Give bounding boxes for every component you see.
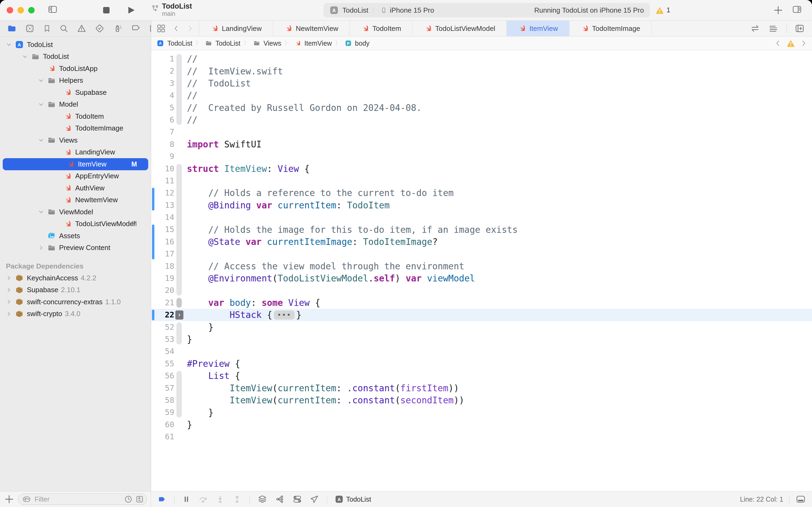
running-app-chip[interactable]: A TodoList xyxy=(335,495,371,504)
package-item-keychainaccess[interactable]: KeychainAccess4.2.2 xyxy=(0,272,151,284)
code-line-5[interactable]: 5// Created by Russell Gordon on 2024-04… xyxy=(151,102,812,114)
debug-step-over-icon[interactable] xyxy=(198,495,208,504)
chevron-right-icon[interactable] xyxy=(4,299,14,305)
sidebar-item-views[interactable]: Views xyxy=(0,134,151,146)
code-line-60[interactable]: 60} xyxy=(151,419,812,431)
tab-newitemview[interactable]: NewItemView xyxy=(273,21,350,36)
sidebar-item-todoitemimage[interactable]: TodoItemImage xyxy=(0,122,151,134)
breadcrumb-body[interactable]: Pbody xyxy=(344,39,369,47)
debug-step-out-icon[interactable] xyxy=(233,495,242,504)
debug-env-overrides-icon[interactable] xyxy=(292,495,302,504)
code-line-9[interactable]: 9 xyxy=(151,150,812,163)
code-line-54[interactable]: 54 xyxy=(151,345,812,357)
source-control-change-bar[interactable] xyxy=(152,225,155,260)
activity-status-bar[interactable]: A TodoList 〉 iPhone 15 Pro Running TodoL… xyxy=(324,3,650,17)
sidebar-item-model[interactable]: Model xyxy=(0,99,151,111)
code-segment-folded[interactable]: ••• xyxy=(274,311,295,320)
toggle-debug-area-icon[interactable] xyxy=(795,495,806,504)
breadcrumb-todolist[interactable]: ATodoList xyxy=(156,39,192,48)
navigator-tab-source-control-icon[interactable] xyxy=(25,24,35,33)
code-line-7[interactable]: 7 xyxy=(151,126,812,138)
debug-break-fill-icon[interactable] xyxy=(157,495,167,503)
code-review-icon[interactable] xyxy=(750,24,760,33)
code-line-19[interactable]: 19 @Environment(TodoListViewModel.self) … xyxy=(151,272,812,284)
code-line-22[interactable]: 22 HStack {•••} xyxy=(151,309,812,321)
issues-badge[interactable]: 1 xyxy=(655,6,670,14)
code-line-10[interactable]: 10struct ItemView: View { xyxy=(151,163,812,175)
code-line-17[interactable]: 17 xyxy=(151,248,812,260)
previous-issue-icon[interactable] xyxy=(774,39,781,48)
package-item-swift-concurrency-extras[interactable]: swift-concurrency-extras1.1.0 xyxy=(0,296,151,308)
package-item-swift-crypto[interactable]: swift-crypto3.4.0 xyxy=(0,308,151,320)
chevron-down-icon[interactable] xyxy=(36,101,46,108)
navigator-tab-files-icon[interactable] xyxy=(7,24,17,33)
breadcrumb-todolist[interactable]: TodoList xyxy=(205,39,240,47)
close-window-button[interactable] xyxy=(7,7,13,13)
fold-disclosure-button[interactable] xyxy=(175,311,183,320)
code-line-16[interactable]: 16 @State var currentItemImage: TodoItem… xyxy=(151,236,812,248)
code-line-15[interactable]: 15 // Holds the image for this to-do ite… xyxy=(151,223,812,235)
tab-landingview[interactable]: LandingView xyxy=(199,21,273,36)
filter-field[interactable]: Filter xyxy=(18,494,147,505)
sidebar-item-authview[interactable]: AuthView xyxy=(0,182,151,194)
code-line-52[interactable]: 52 } xyxy=(151,321,812,333)
sidebar-item-todolist[interactable]: TodoList xyxy=(0,51,151,63)
stop-button[interactable] xyxy=(102,5,111,16)
sidebar-item-assets[interactable]: Assets xyxy=(0,230,151,242)
tab-todoitemimage[interactable]: TodoItemImage xyxy=(570,21,652,36)
navigator-tab-debug-icon[interactable] xyxy=(113,24,122,33)
sidebar-item-viewmodel[interactable]: ViewModel xyxy=(0,206,151,218)
scm-filter-icon[interactable] xyxy=(135,495,144,504)
destination-name[interactable]: iPhone 15 Pro xyxy=(390,6,434,14)
go-forward-icon[interactable] xyxy=(187,24,193,33)
source-editor[interactable]: 1//2// ItemView.swift3// TodoList4//5// … xyxy=(151,50,812,491)
chevron-down-icon[interactable] xyxy=(36,77,46,84)
tab-todolistviewmodel[interactable]: TodoListViewModel xyxy=(413,21,507,36)
sidebar-item-landingview[interactable]: LandingView xyxy=(0,146,151,158)
sidebar-item-helpers[interactable]: Helpers xyxy=(0,75,151,87)
code-line-58[interactable]: 58 ItemView(currentItem: .constant(secon… xyxy=(151,394,812,406)
debug-pause-icon[interactable] xyxy=(182,495,190,504)
code-line-56[interactable]: 56 List { xyxy=(151,370,812,382)
debug-view-hierarchy-icon[interactable] xyxy=(257,495,267,504)
add-editor-icon[interactable] xyxy=(795,23,805,33)
code-line-53[interactable]: 53} xyxy=(151,333,812,345)
code-line-4[interactable]: 4// xyxy=(151,90,812,102)
new-tab-button[interactable] xyxy=(773,5,784,17)
chevron-down-icon[interactable] xyxy=(36,137,46,144)
chevron-down-icon[interactable] xyxy=(36,209,46,215)
code-line-18[interactable]: 18 // Access the view model through the … xyxy=(151,260,812,272)
code-line-21[interactable]: 21 var body: some View { xyxy=(151,297,812,309)
sidebar-item-todolist[interactable]: ATodoList xyxy=(0,39,151,51)
debug-memory-graph-icon[interactable] xyxy=(275,495,285,504)
package-item-supabase[interactable]: Supabase2.10.1 xyxy=(0,284,151,296)
code-line-57[interactable]: 57 ItemView(currentItem: .constant(first… xyxy=(151,382,812,394)
toggle-left-sidebar-icon[interactable] xyxy=(47,5,58,15)
run-button[interactable] xyxy=(126,5,136,17)
navigator-tab-search-icon[interactable] xyxy=(59,24,68,33)
chevron-right-icon[interactable] xyxy=(4,275,14,281)
tab-todoitem[interactable]: TodoItem xyxy=(350,21,413,36)
breadcrumb-views[interactable]: Views xyxy=(253,39,281,47)
code-line-12[interactable]: 12 // Holds a reference to the current t… xyxy=(151,187,812,199)
minimize-window-button[interactable] xyxy=(17,7,24,13)
sidebar-item-supabase[interactable]: Supabase xyxy=(0,87,151,99)
breadcrumb-itemview[interactable]: ItemView xyxy=(294,39,332,47)
sidebar-item-itemview[interactable]: ItemViewM xyxy=(3,158,148,170)
code-line-1[interactable]: 1// xyxy=(151,53,812,65)
code-line-13[interactable]: 13 @Binding var currentItem: TodoItem xyxy=(151,199,812,211)
code-line-8[interactable]: 8import SwiftUI xyxy=(151,138,812,150)
debug-step-into-icon[interactable] xyxy=(216,495,225,504)
code-line-14[interactable]: 14 xyxy=(151,211,812,223)
code-line-20[interactable]: 20 xyxy=(151,284,812,296)
add-item-icon[interactable] xyxy=(4,494,14,505)
related-items-icon[interactable] xyxy=(157,24,166,33)
adjust-editor-options-icon[interactable] xyxy=(768,24,778,33)
tab-itemview[interactable]: ItemView xyxy=(507,21,569,36)
sidebar-item-newitemview[interactable]: NewItemView xyxy=(0,194,151,206)
code-line-61[interactable]: 61 xyxy=(151,431,812,443)
code-line-59[interactable]: 59 } xyxy=(151,406,812,418)
next-issue-icon[interactable] xyxy=(800,39,807,48)
code-line-6[interactable]: 6// xyxy=(151,114,812,126)
chevron-right-icon[interactable] xyxy=(4,287,14,293)
